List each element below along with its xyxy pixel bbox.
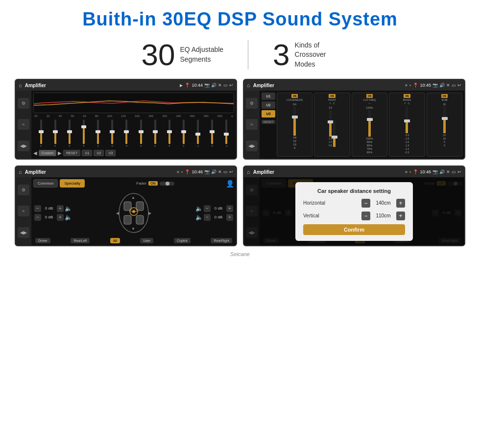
common-tab[interactable]: Common bbox=[33, 179, 58, 188]
eq-slider-9[interactable]: 0 bbox=[148, 119, 162, 147]
eq-slider-12[interactable]: -1 bbox=[192, 119, 205, 147]
dialog-close-icon[interactable]: ✕ bbox=[446, 169, 450, 174]
driver-btn[interactable]: Driver bbox=[35, 238, 50, 243]
back-icon[interactable]: ↩ bbox=[229, 83, 233, 88]
rear-left-minus[interactable]: − bbox=[34, 214, 41, 221]
rear-right-plus[interactable]: + bbox=[226, 214, 233, 221]
svg-rect-5 bbox=[124, 215, 131, 224]
stat-crossover: 3 Kinds ofCrossover Modes bbox=[248, 40, 363, 70]
fader-track[interactable] bbox=[160, 182, 174, 186]
vertical-plus-btn[interactable]: + bbox=[396, 212, 405, 220]
close-icon[interactable]: ✕ bbox=[218, 83, 222, 88]
front-right-vol: 🔈 − 0 dB + bbox=[195, 205, 233, 212]
eq-slider-7[interactable]: 0 bbox=[120, 119, 133, 147]
horizontal-value: 140cm bbox=[372, 200, 394, 206]
xover-home-icon[interactable]: ⌂ bbox=[247, 82, 250, 88]
eq-main: 2532405063 80100125160200 25032040050063… bbox=[31, 91, 236, 159]
eq-slider-4[interactable]: 5 bbox=[77, 119, 90, 147]
eq-prev-btn[interactable]: ◀ bbox=[33, 150, 37, 156]
eq-sidebar-btn-3[interactable]: ◀▶ bbox=[18, 141, 29, 151]
eq-u2-btn[interactable]: U2 bbox=[94, 150, 104, 156]
rear-right-minus[interactable]: − bbox=[204, 214, 211, 221]
eq-custom-btn[interactable]: Custom bbox=[39, 150, 56, 156]
xover-window-icon[interactable]: ▭ bbox=[452, 83, 456, 88]
eq-u1-btn[interactable]: U1 bbox=[82, 150, 92, 156]
vertical-control: − 110cm + bbox=[361, 212, 405, 220]
rear-left-value: 0 dB bbox=[42, 215, 56, 219]
stat-eq-desc: EQ AdjustableSegments bbox=[180, 45, 223, 64]
home-icon[interactable]: ⌂ bbox=[19, 82, 22, 88]
xover-sub: ON SUB 20 15 10 bbox=[427, 93, 462, 157]
specialty-sidebar-btn-3[interactable]: ◀▶ bbox=[18, 227, 29, 238]
eq-next-btn[interactable]: ▶ bbox=[58, 150, 62, 156]
xover-u2-btn[interactable]: U2 bbox=[262, 101, 275, 109]
specialty-camera-icon: 📷 bbox=[204, 169, 210, 174]
xover-close-icon[interactable]: ✕ bbox=[446, 83, 450, 88]
specialty-sidebar-btn-1[interactable]: ⚙ bbox=[18, 185, 29, 195]
rearright-btn[interactable]: RearRight bbox=[211, 238, 232, 243]
dialog-box-title: Car speaker distance setting bbox=[303, 188, 405, 194]
rear-left-speaker-icon: 🔈 bbox=[65, 214, 72, 221]
xover-bass: ON BASS FG -3.0 bbox=[389, 93, 425, 157]
xover-channels: ON LOUDNESS 64 48 32 bbox=[277, 93, 462, 157]
horizontal-plus-btn[interactable]: + bbox=[396, 199, 405, 208]
front-left-minus[interactable]: − bbox=[34, 205, 41, 212]
xover-menu-icon[interactable]: ≡ bbox=[405, 83, 408, 88]
eq-slider-8[interactable]: 0 bbox=[134, 119, 147, 147]
eq-slider-1[interactable]: 0 bbox=[34, 119, 48, 147]
eq-freq-labels: 2532405063 80100125160200 25032040050063… bbox=[33, 115, 234, 118]
dialog-time: 10:46 bbox=[420, 169, 431, 174]
eq-slider-14[interactable]: -1 bbox=[220, 119, 233, 147]
all-btn[interactable]: All bbox=[110, 238, 120, 243]
rear-left-plus[interactable]: + bbox=[57, 214, 64, 221]
eq-slider-6[interactable]: 0 bbox=[106, 119, 119, 147]
specialty-home-icon[interactable]: ⌂ bbox=[19, 169, 22, 175]
specialty-close-icon[interactable]: ✕ bbox=[218, 169, 222, 174]
eq-status-icons: 📍 10:44 📷 🔊 ✕ ▭ ↩ bbox=[185, 83, 233, 88]
dialog-home-icon[interactable]: ⌂ bbox=[247, 169, 250, 175]
xover-sidebar-btn-3[interactable]: ◀▶ bbox=[246, 141, 258, 151]
specialty-sidebar-btn-2[interactable]: ≈ bbox=[18, 206, 29, 216]
dialog-back-icon[interactable]: ↩ bbox=[457, 169, 461, 174]
watermark: Seicane bbox=[0, 251, 480, 259]
eq-slider-10[interactable]: 0 bbox=[163, 119, 176, 147]
play-icon[interactable]: ▶ bbox=[180, 83, 183, 88]
dialog-window-icon[interactable]: ▭ bbox=[452, 169, 456, 174]
eq-slider-2[interactable]: 0 bbox=[48, 119, 62, 147]
eq-slider-5[interactable]: 0 bbox=[92, 119, 105, 147]
eq-reset-btn[interactable]: RESET bbox=[63, 150, 80, 156]
eq-slider-13[interactable]: 0 bbox=[206, 119, 219, 147]
eq-slider-11[interactable]: 0 bbox=[177, 119, 190, 147]
eq-sidebar-btn-1[interactable]: ⚙ bbox=[18, 98, 29, 109]
specialty-tab[interactable]: Specialty bbox=[60, 179, 84, 188]
front-right-minus[interactable]: − bbox=[204, 205, 211, 212]
xover-reset-btn[interactable]: RESET bbox=[262, 120, 275, 124]
xover-back-icon[interactable]: ↩ bbox=[457, 83, 461, 88]
front-right-plus[interactable]: + bbox=[226, 205, 233, 212]
specialty-back-icon[interactable]: ↩ bbox=[229, 169, 233, 174]
stat-crossover-desc: Kinds ofCrossover Modes bbox=[295, 41, 339, 70]
xover-sidebar-btn-1[interactable]: ⚙ bbox=[246, 98, 258, 109]
xover-topbar: ⌂ Amplifier ≡ ● 📍 10:45 📷 🔊 ✕ ▭ ↩ bbox=[244, 80, 464, 91]
front-left-speaker-icon: 🔈 bbox=[65, 205, 72, 212]
eq-u3-btn[interactable]: U3 bbox=[105, 150, 116, 156]
copilot-btn[interactable]: Copilot bbox=[174, 238, 191, 243]
dialog-menu-icon[interactable]: ≡ bbox=[405, 170, 408, 174]
svg-point-8 bbox=[132, 210, 135, 213]
vertical-minus-btn[interactable]: − bbox=[361, 212, 370, 220]
window-icon[interactable]: ▭ bbox=[223, 83, 228, 88]
rearleft-btn[interactable]: RearLeft bbox=[71, 238, 90, 243]
eq-slider-3[interactable]: 0 bbox=[63, 119, 76, 147]
xover-u1-btn[interactable]: U1 bbox=[262, 93, 275, 100]
horizontal-minus-btn[interactable]: − bbox=[361, 199, 370, 208]
eq-sidebar-btn-2[interactable]: ≈ bbox=[18, 119, 29, 130]
specialty-window-icon[interactable]: ▭ bbox=[223, 169, 228, 174]
xover-sidebar-btn-2[interactable]: ≈ bbox=[246, 119, 258, 130]
xover-time: 10:45 bbox=[420, 83, 431, 88]
speaker-bottom-row: Driver RearLeft All User Copilot RearRig… bbox=[33, 238, 234, 243]
xover-u3-btn[interactable]: U3 bbox=[262, 110, 275, 118]
front-left-plus[interactable]: + bbox=[57, 205, 64, 212]
confirm-button[interactable]: Confirm bbox=[303, 224, 405, 235]
user-btn[interactable]: User bbox=[140, 238, 153, 243]
specialty-menu-icon[interactable]: ≡ bbox=[177, 170, 179, 174]
